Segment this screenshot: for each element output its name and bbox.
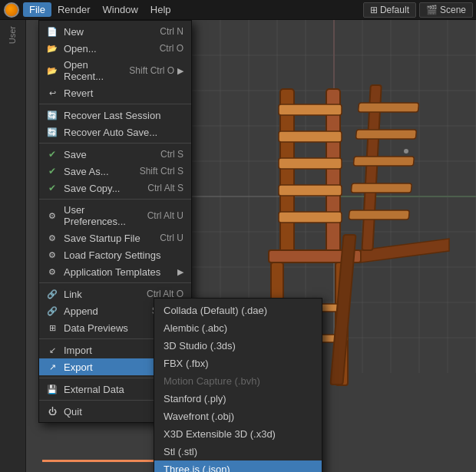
export-icon: ↗ bbox=[45, 361, 59, 373]
menu-item-new[interactable]: 📄 New Ctrl N bbox=[39, 23, 191, 40]
fbx-label: FBX (.fbx) bbox=[164, 358, 209, 369]
svg-rect-38 bbox=[359, 103, 419, 112]
open-recent-arrow: ▶ bbox=[177, 66, 183, 76]
external-data-icon: 💾 bbox=[45, 383, 59, 395]
menu-render[interactable]: Render bbox=[51, 2, 97, 17]
quit-label: Quit bbox=[64, 406, 154, 418]
layout-label: Default bbox=[380, 5, 409, 15]
menu-file[interactable]: File bbox=[23, 2, 51, 17]
save-copy-shortcut: Ctrl Alt S bbox=[147, 183, 183, 193]
save-label: Save bbox=[64, 149, 154, 160]
menu-item-save[interactable]: ✔ Save Ctrl S bbox=[39, 146, 191, 163]
new-label: New bbox=[64, 26, 154, 38]
motion-capture-label: Motion Capture (.bvh) bbox=[164, 375, 260, 387]
top-bar: File Render Window Help ⊞ Default 🎬 Scen… bbox=[0, 0, 476, 20]
export-stanford[interactable]: Stanford (.ply) bbox=[154, 390, 322, 408]
quit-icon: ⏻ bbox=[45, 405, 59, 418]
save-as-check-icon: ✔ bbox=[45, 165, 59, 177]
new-shortcut: Ctrl N bbox=[160, 26, 183, 37]
top-bar-right: ⊞ Default 🎬 Scene bbox=[363, 2, 473, 18]
save-shortcut: Ctrl S bbox=[160, 149, 183, 160]
user-prefs-shortcut: Ctrl Alt U bbox=[147, 210, 183, 221]
x3d-label: X3D Extensible 3D (.x3d) bbox=[164, 428, 276, 440]
menu-item-save-copy[interactable]: ✔ Save Copy... Ctrl Alt S bbox=[39, 180, 191, 196]
menu-item-save-as[interactable]: ✔ Save As... Shift Ctrl S bbox=[39, 163, 191, 180]
menu-item-recover-auto[interactable]: 🔄 Recover Auto Save... bbox=[39, 124, 191, 140]
save-copy-check-icon: ✔ bbox=[45, 182, 59, 194]
export-collada[interactable]: Collada (Default) (.dae) bbox=[154, 302, 322, 319]
open-recent-icon: 📂 bbox=[45, 64, 59, 77]
menu-item-open-recent[interactable]: 📂 Open Recent... Shift Ctrl O ▶ bbox=[39, 57, 191, 84]
user-prefs-label: User Preferences... bbox=[64, 204, 141, 227]
svg-rect-27 bbox=[279, 158, 342, 169]
data-previews-icon: ⊞ bbox=[45, 322, 59, 334]
save-as-shortcut: Shift Ctrl S bbox=[140, 166, 183, 177]
menu-section-recover: 🔄 Recover Last Session 🔄 Recover Auto Sa… bbox=[39, 104, 191, 144]
menu-help[interactable]: Help bbox=[144, 2, 177, 17]
menu-section-save: ✔ Save Ctrl S ✔ Save As... Shift Ctrl S … bbox=[39, 144, 191, 200]
menu-item-load-factory[interactable]: ⚙ Load Factory Settings bbox=[39, 246, 191, 263]
export-threejs[interactable]: Three.js (.json) bbox=[154, 460, 322, 472]
export-stl[interactable]: Stl (.stl) bbox=[154, 443, 322, 460]
link-icon: 🔗 bbox=[45, 288, 59, 300]
blender-logo bbox=[3, 2, 20, 18]
export-motion-capture: Motion Capture (.bvh) bbox=[154, 372, 322, 390]
export-wavefront[interactable]: Wavefront (.obj) bbox=[154, 408, 322, 425]
menu-item-app-templates[interactable]: ⚙ Application Templates ▶ bbox=[39, 263, 191, 280]
svg-rect-42 bbox=[349, 210, 409, 219]
svg-rect-26 bbox=[279, 131, 342, 142]
menu-item-recover-last[interactable]: 🔄 Recover Last Session bbox=[39, 107, 191, 124]
load-factory-label: Load Factory Settings bbox=[64, 249, 183, 261]
open-label: Open... bbox=[64, 43, 154, 54]
menu-item-revert[interactable]: ↩ Revert bbox=[39, 84, 191, 101]
layout-selector[interactable]: ⊞ Default bbox=[363, 2, 416, 18]
svg-marker-36 bbox=[361, 239, 449, 262]
import-icon: ↙ bbox=[45, 344, 59, 356]
3dstudio-label: 3D Studio (.3ds) bbox=[164, 340, 236, 352]
user-label: User bbox=[0, 20, 25, 50]
export-3dstudio[interactable]: 3D Studio (.3ds) bbox=[154, 337, 322, 355]
app-templates-arrow: ▶ bbox=[177, 267, 183, 277]
layout-grid-icon: ⊞ bbox=[370, 5, 378, 15]
svg-rect-41 bbox=[351, 183, 412, 193]
load-factory-icon: ⚙ bbox=[45, 249, 59, 261]
menu-item-user-prefs[interactable]: ⚙ User Preferences... Ctrl Alt U bbox=[39, 202, 191, 229]
menu-section-file: 📄 New Ctrl N 📂 Open... Ctrl O 📂 Open Rec… bbox=[39, 21, 191, 104]
link-label: Link bbox=[64, 289, 140, 300]
alembic-label: Alembic (.abc) bbox=[164, 322, 227, 334]
stanford-label: Stanford (.ply) bbox=[164, 393, 226, 404]
export-x3d[interactable]: X3D Extensible 3D (.x3d) bbox=[154, 425, 322, 443]
svg-rect-29 bbox=[279, 212, 342, 223]
menu-section-prefs: ⚙ User Preferences... Ctrl Alt U ⚙ Save … bbox=[39, 200, 191, 283]
recover-auto-icon: 🔄 bbox=[45, 126, 59, 138]
menu-item-open[interactable]: 📂 Open... Ctrl O bbox=[39, 40, 191, 57]
menu-item-save-startup[interactable]: ⚙ Save Startup File Ctrl U bbox=[39, 229, 191, 246]
scene-label: Scene bbox=[440, 5, 466, 15]
save-startup-shortcut: Ctrl U bbox=[160, 233, 183, 243]
app-templates-icon: ⚙ bbox=[45, 266, 59, 278]
save-startup-label: Save Startup File bbox=[64, 233, 154, 244]
save-as-label: Save As... bbox=[64, 166, 134, 177]
revert-icon: ↩ bbox=[45, 87, 59, 99]
new-icon: 📄 bbox=[45, 25, 59, 38]
recover-last-icon: 🔄 bbox=[45, 109, 59, 121]
user-panel: User bbox=[0, 20, 26, 472]
scene-selector[interactable]: 🎬 Scene bbox=[419, 2, 473, 18]
revert-label: Revert bbox=[64, 87, 183, 99]
svg-rect-39 bbox=[355, 130, 416, 139]
scene-area: blog.csdn.net/qq_30160043 User 📄 New Ctr… bbox=[0, 20, 476, 472]
export-fbx[interactable]: FBX (.fbx) bbox=[154, 355, 322, 372]
svg-rect-40 bbox=[353, 157, 414, 166]
collada-label: Collada (Default) (.dae) bbox=[164, 305, 267, 316]
save-check-icon: ✔ bbox=[45, 148, 59, 160]
threejs-label: Three.js (.json) bbox=[164, 464, 230, 472]
app-templates-label: Application Templates bbox=[64, 266, 174, 278]
svg-rect-28 bbox=[279, 185, 342, 196]
save-copy-label: Save Copy... bbox=[64, 183, 141, 194]
export-alembic[interactable]: Alembic (.abc) bbox=[154, 319, 322, 337]
export-submenu: Collada (Default) (.dae) Alembic (.abc) … bbox=[154, 298, 322, 472]
append-icon: 🔗 bbox=[45, 305, 59, 317]
scene-icon: 🎬 bbox=[426, 5, 438, 15]
recover-auto-label: Recover Auto Save... bbox=[64, 127, 183, 138]
menu-window[interactable]: Window bbox=[97, 2, 144, 17]
